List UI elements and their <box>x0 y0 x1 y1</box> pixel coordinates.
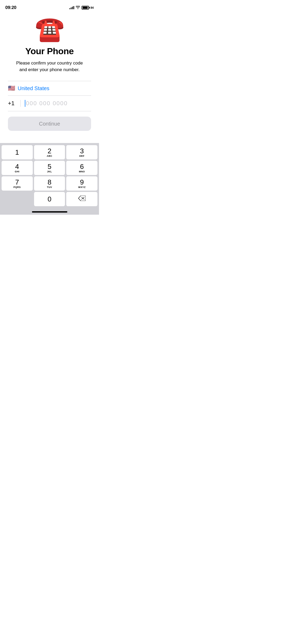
phone-placeholder: 000 000 0000 <box>26 100 68 107</box>
page-title: Your Phone <box>25 46 74 56</box>
signal-icon <box>69 6 74 9</box>
country-selector[interactable]: 🇺🇸 United States <box>8 81 91 96</box>
wifi-icon <box>76 6 80 10</box>
country-code: +1 <box>8 100 21 107</box>
phone-icon: ☎️ <box>35 17 64 41</box>
key-6[interactable]: 6 MNO <box>66 161 97 175</box>
continue-button[interactable]: Continue <box>8 117 91 131</box>
phone-input-row: +1 000 000 0000 <box>8 96 91 111</box>
page-subtitle: Please confirm your country codeand ente… <box>16 60 83 73</box>
key-3[interactable]: 3 DEF <box>66 145 97 159</box>
keypad-grid: 1 2 ABC 3 DEF 4 GHI 5 JKL 6 MNO 7 PQRS 8… <box>1 145 98 207</box>
status-icons: 84 <box>69 6 94 10</box>
main-content: ☎️ Your Phone Please confirm your countr… <box>0 12 99 131</box>
country-flag: 🇺🇸 <box>8 85 15 92</box>
key-0[interactable]: 0 <box>34 192 65 206</box>
key-empty <box>2 192 33 206</box>
key-5[interactable]: 5 JKL <box>34 161 65 175</box>
key-7[interactable]: 7 PQRS <box>2 176 33 191</box>
status-time: 09:20 <box>5 5 16 10</box>
keypad: 1 2 ABC 3 DEF 4 GHI 5 JKL 6 MNO 7 PQRS 8… <box>0 143 99 215</box>
key-1[interactable]: 1 <box>2 145 33 159</box>
key-2[interactable]: 2 ABC <box>34 145 65 159</box>
status-bar: 09:20 84 <box>0 0 99 12</box>
key-9[interactable]: 9 WXYZ <box>66 176 97 191</box>
battery-icon <box>82 6 89 10</box>
key-4[interactable]: 4 GHI <box>2 161 33 175</box>
phone-input-container[interactable]: 000 000 0000 <box>25 100 91 107</box>
text-cursor <box>25 100 25 107</box>
home-indicator <box>32 211 67 213</box>
backspace-icon <box>78 196 86 203</box>
key-8[interactable]: 8 TUV <box>34 176 65 191</box>
battery-level: 84 <box>91 6 94 9</box>
backspace-button[interactable] <box>66 192 97 206</box>
country-name: United States <box>18 85 49 91</box>
